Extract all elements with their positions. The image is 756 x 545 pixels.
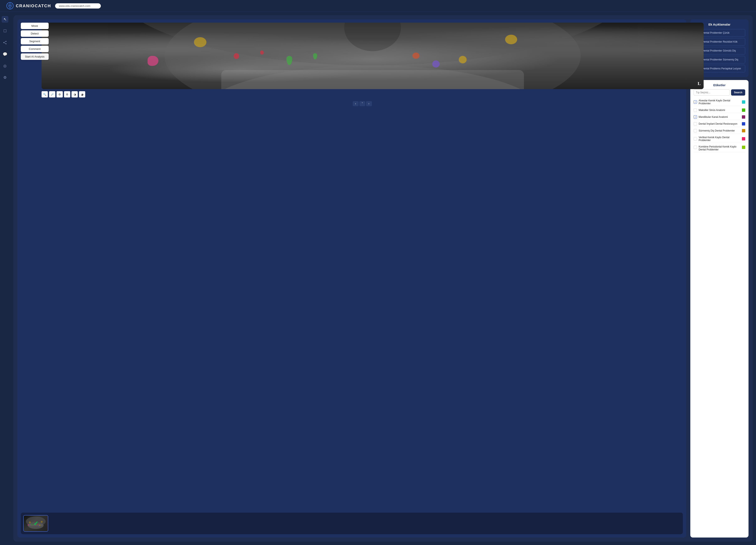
- annotation-gold-1: [194, 37, 206, 47]
- logo-text: CranioCatch: [16, 4, 51, 8]
- xray-bg-svg: [42, 23, 704, 89]
- next-nav-button[interactable]: ›: [366, 101, 372, 106]
- annotation-gold-3: [459, 56, 467, 63]
- svg-point-21: [41, 521, 43, 523]
- etiket-label-0: Alveolar Kemik Kaybı Dental Problemler: [699, 99, 740, 105]
- panel-inner: Move Detect Segment Comment Start AI Ana…: [21, 23, 683, 510]
- brightness-up-button[interactable]: ◕: [79, 91, 85, 98]
- share-icon: [3, 41, 7, 44]
- svg-rect-13: [221, 70, 524, 89]
- vertical-toolbar: Move Detect Segment Comment Start AI Ana…: [21, 23, 49, 60]
- etiket-item-3[interactable]: Dental İmplant Dental Restorasyon: [694, 121, 745, 127]
- annotation-pink-1: [148, 56, 158, 66]
- sidebar-item-share[interactable]: [2, 39, 8, 46]
- etiket-checkbox-2[interactable]: ✓: [694, 115, 697, 119]
- annotation-orange-1: [412, 53, 419, 59]
- thumbnail-bg: ✓: [24, 515, 48, 531]
- svg-point-20: [29, 522, 31, 524]
- image-nav: ‹ ˅ ›: [42, 101, 683, 106]
- watermark-l: L: [698, 81, 701, 86]
- search-button[interactable]: Search: [731, 89, 745, 96]
- etiket-item-0[interactable]: ✓ Alveolar Kemik Kaybı Dental Problemler: [694, 98, 745, 106]
- etiket-item-1[interactable]: Maksiller Sinüs Anatomi: [694, 107, 745, 113]
- etiket-list: ✓ Alveolar Kemik Kaybı Dental Problemler…: [694, 98, 745, 152]
- prev-nav-button[interactable]: ‹: [353, 101, 359, 106]
- legend-label-1: Dental Problemler Rezidüel Kök: [702, 40, 738, 43]
- sidebar-item-cursor[interactable]: ↖: [2, 16, 8, 23]
- legend-label-4: Dental Problems Periapikal Lezyon: [702, 67, 741, 70]
- etiket-checkbox-5[interactable]: [694, 137, 697, 141]
- annotation-red-1: [234, 53, 239, 59]
- legend-label-2: Dental Problemler Gömülü Diş: [702, 49, 736, 52]
- etiket-color-3: [742, 122, 745, 126]
- sidebar-item-chat[interactable]: 💬: [2, 51, 8, 58]
- etiket-label-6: Kombine Periodontal Kemik Kaybı Dental P…: [699, 145, 740, 151]
- etiket-label-3: Dental İmplant Dental Restorasyon: [699, 122, 740, 125]
- content-area: Move Detect Segment Comment Start AI Ana…: [13, 15, 753, 542]
- start-ai-button[interactable]: Start AI Analysis: [21, 53, 49, 60]
- svg-point-2: [9, 5, 11, 6]
- brightness-down-button[interactable]: ◑: [72, 91, 78, 98]
- main-layout: ↖ ☐ 💬 ◎ ⚙ Move Detect Segment: [0, 12, 756, 545]
- checkmark: ✓: [33, 520, 38, 527]
- etiket-label-5: Vertikal Kemik Kaybı Dental Problemler: [699, 136, 740, 142]
- left-panel: Move Detect Segment Comment Start AI Ana…: [17, 19, 686, 538]
- etiket-color-1: [742, 109, 745, 112]
- url-bar: www.edu.craniocatch.com: [55, 3, 101, 9]
- move-button[interactable]: Move: [21, 23, 49, 29]
- settings-btn-1[interactable]: ⚙: [57, 91, 63, 98]
- svg-point-23: [31, 524, 33, 525]
- etiket-label-4: Sürmemiş Diş Dental Problemler: [699, 129, 740, 132]
- etiket-item-5[interactable]: Vertikal Kemik Kaybı Dental Problemler: [694, 135, 745, 143]
- icon-toolbar: 🔍 🔎 ⚙ ⚙ ◑ ◕: [42, 91, 683, 98]
- xray-image-area: L: [42, 23, 704, 89]
- etiket-checkbox-0[interactable]: ✓: [694, 100, 697, 104]
- svg-point-22: [27, 524, 29, 526]
- thumbnail-strip: ✓: [21, 513, 683, 534]
- etiket-checkbox-6[interactable]: [694, 146, 697, 149]
- etiket-item-2[interactable]: ✓ Mandibular Kanal Anatomi: [694, 114, 745, 120]
- legend-label-0: Dental Problemler Çürük: [702, 31, 729, 34]
- sidebar-item-settings[interactable]: ⚙: [2, 74, 8, 81]
- legend-label-3: Dental Problemler Sürmemiş Diş: [702, 58, 738, 61]
- logo-icon: [6, 2, 14, 10]
- sidebar-item-square[interactable]: ☐: [2, 28, 8, 34]
- etiket-color-0: [742, 100, 745, 104]
- etiket-label-2: Mandibular Kanal Anatomi: [699, 116, 740, 119]
- search-row: Search: [694, 89, 745, 96]
- zoom-in-button[interactable]: 🔍: [42, 91, 48, 98]
- etiketler-card: Etiketler Search ✓ Alveolar Kemik Kaybı …: [690, 80, 749, 538]
- svg-line-8: [4, 41, 6, 43]
- down-nav-button[interactable]: ˅: [359, 101, 365, 106]
- etiket-color-6: [742, 146, 745, 149]
- thumbnail-1[interactable]: ✓: [23, 515, 48, 532]
- search-input[interactable]: [694, 89, 730, 96]
- sidebar-item-target[interactable]: ◎: [2, 63, 8, 69]
- etiket-color-2: [742, 115, 745, 119]
- svg-line-9: [4, 43, 6, 44]
- etiket-item-4[interactable]: Sürmemiş Diş Dental Problemler: [694, 128, 745, 134]
- logo-area: CranioCatch: [6, 2, 51, 10]
- etiket-color-5: [742, 137, 745, 141]
- etiket-label-1: Maksiller Sinüs Anatomi: [699, 109, 740, 112]
- etiket-checkbox-1[interactable]: [694, 109, 697, 112]
- svg-point-26: [38, 525, 39, 527]
- etiket-item-6[interactable]: Kombine Periodontal Kemik Kaybı Dental P…: [694, 144, 745, 152]
- right-panel: Ek Açıklamalar Dental Problemler Çürük D…: [690, 19, 749, 538]
- etiket-checkbox-3[interactable]: [694, 122, 697, 126]
- zoom-out-button[interactable]: 🔎: [49, 91, 55, 98]
- annotation-gold-2: [505, 35, 517, 44]
- left-sidebar: ↖ ☐ 💬 ◎ ⚙: [0, 12, 10, 545]
- segment-button[interactable]: Segment: [21, 38, 49, 44]
- settings-btn-2[interactable]: ⚙: [64, 91, 70, 98]
- etiket-color-4: [742, 129, 745, 132]
- detect-button[interactable]: Detect: [21, 30, 49, 37]
- top-bar: CranioCatch www.edu.craniocatch.com: [0, 0, 756, 12]
- comment-button[interactable]: Comment: [21, 46, 49, 52]
- etiket-checkbox-4[interactable]: [694, 129, 697, 132]
